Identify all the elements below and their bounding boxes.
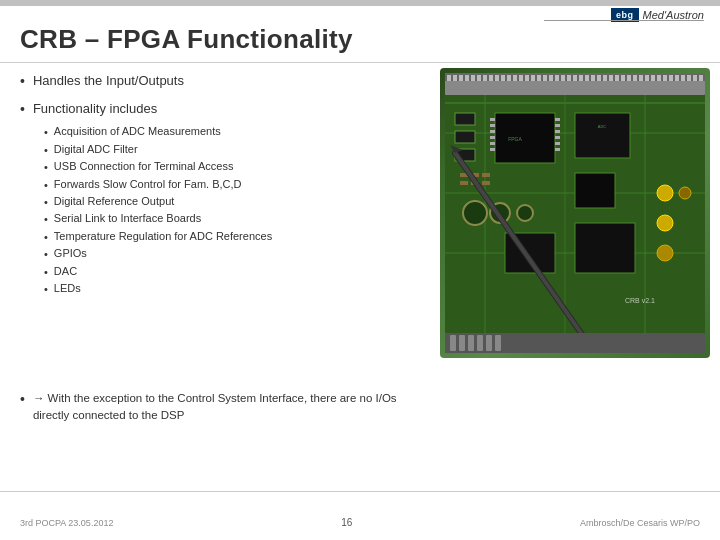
sub-bullet-text: Temperature Regulation for ADC Reference…: [54, 229, 272, 244]
sub-bullet-text: LEDs: [54, 281, 81, 296]
svg-rect-44: [651, 75, 655, 81]
svg-rect-83: [460, 181, 468, 185]
sub-bullet-dot: •: [44, 248, 48, 260]
title-rule: [0, 62, 720, 63]
svg-rect-53: [495, 113, 555, 163]
svg-rect-57: [490, 130, 495, 133]
bullet-dot-1: •: [20, 73, 25, 89]
sub-bullet-text: Digital Reference Output: [54, 194, 174, 209]
footer-rule: [0, 491, 720, 492]
bullet-section-2: • Functionality includes •Acquisition of…: [20, 100, 430, 296]
svg-rect-59: [490, 142, 495, 145]
svg-rect-91: [459, 335, 465, 351]
svg-rect-55: [490, 118, 495, 121]
svg-rect-43: [645, 75, 649, 81]
svg-rect-67: [455, 113, 475, 125]
svg-rect-23: [525, 75, 529, 81]
svg-rect-17: [489, 75, 493, 81]
svg-rect-25: [537, 75, 541, 81]
sub-bullet-text: GPIOs: [54, 246, 87, 261]
svg-rect-34: [591, 75, 595, 81]
svg-rect-29: [561, 75, 565, 81]
svg-rect-45: [657, 75, 661, 81]
svg-rect-22: [519, 75, 523, 81]
footer-left: 3rd POCPA 23.05.2012: [20, 518, 113, 528]
svg-text:CRB v2.1: CRB v2.1: [625, 297, 655, 304]
sub-bullet-dot: •: [44, 179, 48, 191]
sub-bullet-text: Forwards Slow Control for Fam. B,C,D: [54, 177, 242, 192]
sub-bullet-dot: •: [44, 126, 48, 138]
svg-point-76: [679, 187, 691, 199]
sub-bullet-item: •Digital ADC Filter: [44, 142, 430, 157]
svg-point-70: [463, 201, 487, 225]
sub-bullet-dot: •: [44, 144, 48, 156]
svg-rect-35: [597, 75, 601, 81]
sub-bullet-text: DAC: [54, 264, 77, 279]
svg-rect-27: [549, 75, 553, 81]
svg-rect-21: [513, 75, 517, 81]
svg-point-75: [657, 245, 673, 261]
sub-bullet-text: Serial Link to Interface Boards: [54, 211, 201, 226]
svg-point-73: [657, 185, 673, 201]
svg-rect-90: [450, 335, 456, 351]
sub-bullet-dot: •: [44, 213, 48, 225]
sub-bullet-item: •Forwards Slow Control for Fam. B,C,D: [44, 177, 430, 192]
sub-bullet-item: •LEDs: [44, 281, 430, 296]
sub-bullet-dot: •: [44, 161, 48, 173]
logo-line: [544, 20, 704, 21]
svg-rect-38: [615, 75, 619, 81]
sub-bullet-text: Acquisition of ADC Measurements: [54, 124, 221, 139]
sub-bullet-item: •Acquisition of ADC Measurements: [44, 124, 430, 139]
bullet-text-1: Handles the Input/Outputs: [33, 72, 184, 90]
sub-bullet-item: •GPIOs: [44, 246, 430, 261]
svg-rect-79: [575, 223, 635, 273]
svg-rect-66: [555, 148, 560, 151]
sub-bullet-dot: •: [44, 196, 48, 208]
bullet-main-1: • Handles the Input/Outputs: [20, 72, 430, 90]
sub-bullet-dot: •: [44, 266, 48, 278]
svg-rect-68: [455, 131, 475, 143]
bullet-main-3: • → With the exception to the Control Sy…: [20, 390, 430, 425]
svg-rect-58: [490, 136, 495, 139]
sub-bullet-item: •Digital Reference Output: [44, 194, 430, 209]
svg-rect-10: [447, 75, 451, 81]
footer-center: 16: [341, 517, 352, 528]
bullet-dot-2: •: [20, 101, 25, 117]
svg-rect-11: [453, 75, 457, 81]
svg-rect-95: [495, 335, 501, 351]
svg-rect-40: [627, 75, 631, 81]
sub-bullet-item: •DAC: [44, 264, 430, 279]
svg-rect-37: [609, 75, 613, 81]
svg-rect-48: [675, 75, 679, 81]
svg-rect-85: [482, 181, 490, 185]
svg-rect-54: [575, 113, 630, 158]
bullet-dot-3: •: [20, 391, 25, 407]
svg-rect-63: [555, 130, 560, 133]
svg-rect-49: [681, 75, 685, 81]
svg-rect-61: [555, 118, 560, 121]
slide-title: CRB – FPGA Functionality: [20, 24, 353, 55]
svg-rect-13: [465, 75, 469, 81]
svg-rect-65: [555, 142, 560, 145]
svg-rect-19: [501, 75, 505, 81]
svg-rect-20: [507, 75, 511, 81]
svg-rect-42: [639, 75, 643, 81]
svg-text:ADC: ADC: [598, 124, 607, 129]
svg-rect-33: [585, 75, 589, 81]
svg-rect-77: [575, 173, 615, 208]
svg-rect-30: [567, 75, 571, 81]
svg-rect-64: [555, 136, 560, 139]
svg-rect-14: [471, 75, 475, 81]
footer-right: Ambrosch/De Cesaris WP/PO: [580, 518, 700, 528]
svg-rect-94: [486, 335, 492, 351]
sub-bullet-text: USB Connection for Terminal Access: [54, 159, 234, 174]
sub-bullet-text: Digital ADC Filter: [54, 142, 138, 157]
svg-rect-46: [663, 75, 667, 81]
svg-rect-93: [477, 335, 483, 351]
bottom-note: • → With the exception to the Control Sy…: [20, 390, 430, 431]
svg-rect-16: [483, 75, 487, 81]
svg-rect-51: [693, 75, 697, 81]
bullet-main-2: • Functionality includes: [20, 100, 430, 118]
sub-bullet-item: •Temperature Regulation for ADC Referenc…: [44, 229, 430, 244]
svg-rect-52: [699, 75, 703, 81]
